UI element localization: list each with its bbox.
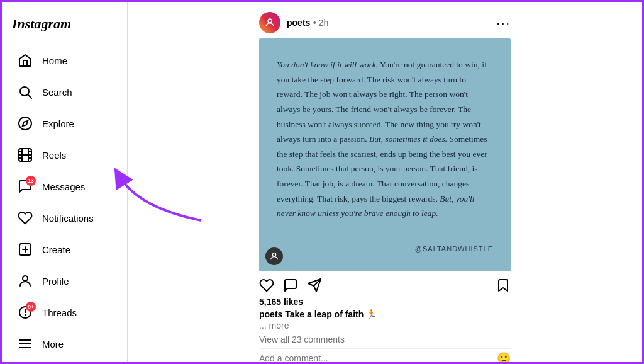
caption-text: Take a leap of faith 🏃 [285,309,377,319]
post-more-button[interactable]: ··· [496,16,511,30]
post-avatar [259,12,280,33]
sidebar-label-reels: Reels [42,150,66,161]
app-name: Instagram [12,16,71,31]
sidebar-label-more: More [42,339,64,350]
view-comments-link[interactable]: View all 23 comments [259,334,511,344]
svg-point-13 [272,253,275,256]
messages-icon: 13 [17,178,33,195]
sidebar-item-home[interactable]: Home [7,46,122,75]
messages-badge: 13 [26,176,36,186]
sidebar-label-create: Create [42,244,70,255]
add-comment-row: 🙂 [259,348,511,362]
caption-username[interactable]: poets [259,309,282,319]
sidebar-item-reels[interactable]: Reels [7,140,122,169]
svg-point-8 [23,276,28,281]
post-attribution: @SALTANDWHISTLE [277,245,493,253]
sidebar-label-profile: Profile [42,276,69,287]
emoji-button[interactable]: 🙂 [497,351,511,362]
app-logo: Instagram [2,9,127,45]
like-button[interactable] [259,278,274,293]
sidebar-item-explore[interactable]: Explore [7,109,122,138]
post-username[interactable]: poets [287,18,310,28]
post: poets • 2h ··· You don't know if it will… [259,7,511,362]
sidebar-item-search[interactable]: Search [7,77,122,106]
share-button[interactable] [307,278,322,293]
threads-icon: 9+ [17,304,33,321]
sidebar-item-more[interactable]: More [7,329,122,358]
sidebar-item-profile[interactable]: Profile [7,266,122,295]
main-content: poets • 2h ··· You don't know if it will… [128,2,642,362]
sidebar-item-notifications[interactable]: Notifications [7,203,122,232]
sidebar-label-explore: Explore [42,118,74,129]
sidebar-label-notifications: Notifications [42,213,94,224]
post-image: You don't know if it will work. You're n… [259,38,511,271]
create-icon [17,241,33,258]
sidebar-label-search: Search [42,87,72,98]
post-actions [259,271,511,297]
sidebar-label-threads: Threads [42,307,77,318]
sidebar: Instagram Home Search [2,2,128,362]
sidebar-label-home: Home [42,55,67,66]
commenter-avatar [265,247,283,265]
profile-icon [17,273,33,289]
home-icon [17,52,33,69]
post-timestamp: 2h [319,18,329,28]
add-comment-input[interactable] [259,353,497,362]
more-icon [17,336,33,352]
svg-line-1 [28,95,32,99]
post-time: • [313,18,319,28]
threads-badge: 9+ [26,302,36,312]
more-link[interactable]: ... more [259,321,511,331]
sidebar-item-messages[interactable]: 13 Messages [7,172,122,201]
sidebar-label-messages: Messages [42,181,85,192]
post-caption: poets Take a leap of faith 🏃 [259,309,511,319]
sidebar-item-create[interactable]: Create [7,235,122,264]
sidebar-item-threads[interactable]: 9+ Threads [7,298,122,327]
svg-point-12 [268,19,272,23]
post-header: poets • 2h ··· [259,7,511,38]
explore-icon [17,115,33,132]
likes-count: 5,165 likes [259,297,511,307]
reels-icon [17,147,33,163]
svg-point-2 [19,117,31,130]
save-button[interactable] [496,278,511,293]
comment-button[interactable] [283,278,298,293]
search-icon [17,84,33,100]
notifications-icon [17,210,33,226]
post-quote-text: You don't know if it will work. You're n… [277,57,493,221]
svg-marker-3 [23,121,28,126]
